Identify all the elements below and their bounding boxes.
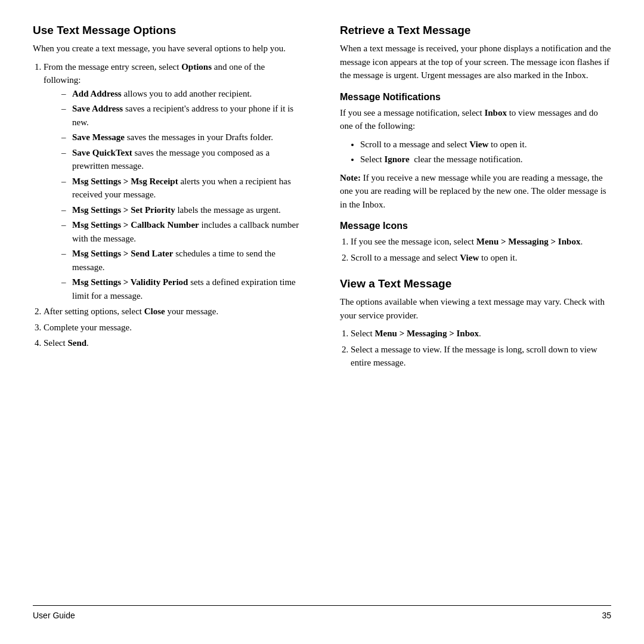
option-set-priority: Msg Settings > Set Priority labels the m… — [61, 203, 304, 217]
view-step-1: Select Menu > Messaging > Inbox. — [351, 327, 611, 340]
left-step-1-text: From the message entry screen, select Op… — [44, 62, 265, 85]
retrieve-title: Retrieve a Text Message — [340, 24, 611, 37]
bullet-select-ignore: Select Ignore clear the message notifica… — [360, 153, 611, 166]
left-steps-list: From the message entry screen, select Op… — [44, 60, 304, 350]
left-step-3: Complete your message. — [44, 321, 304, 335]
left-section-title: Use Text Message Options — [33, 24, 304, 37]
icons-steps-list: If you see the message icon, select Menu… — [351, 235, 611, 264]
left-intro: When you create a text message, you have… — [33, 42, 304, 55]
retrieve-intro: When a text message is received, your ph… — [340, 42, 611, 82]
bullet-scroll-view: Scroll to a message and select View to o… — [360, 138, 611, 151]
view-steps-list: Select Menu > Messaging > Inbox. Select … — [351, 327, 611, 370]
right-column: Retrieve a Text Message When a text mess… — [334, 24, 611, 595]
option-save-message: Save Message saves the messages in your … — [61, 131, 304, 144]
footer: User Guide 35 — [33, 605, 611, 620]
icons-section: Message Icons If you see the message ico… — [340, 221, 611, 264]
option-callback-number: Msg Settings > Callback Number includes … — [61, 218, 304, 245]
option-send-later: Msg Settings > Send Later schedules a ti… — [61, 247, 304, 274]
option-add-address: Add Address allows you to add another re… — [61, 87, 304, 101]
left-step-1: From the message entry screen, select Op… — [44, 60, 304, 303]
options-list: Add Address allows you to add another re… — [61, 87, 304, 303]
notifications-subtitle: Message Notifications — [340, 92, 611, 103]
icons-step-2: Scroll to a message and select View to o… — [351, 251, 611, 265]
view-section: View a Text Message The options availabl… — [340, 277, 611, 370]
view-step-2: Select a message to view. If the message… — [351, 343, 611, 370]
main-columns: Use Text Message Options When you create… — [33, 24, 611, 595]
notifications-bullets: Scroll to a message and select View to o… — [360, 138, 611, 166]
page: Use Text Message Options When you create… — [0, 0, 644, 644]
left-step-4: Select User GuideSend. — [44, 336, 304, 350]
left-column: Use Text Message Options When you create… — [33, 24, 310, 595]
option-save-address: Save Address saves a recipient's address… — [61, 102, 304, 129]
left-step-2: After setting options, select Close your… — [44, 305, 304, 318]
option-validity-period: Msg Settings > Validity Period sets a de… — [61, 275, 304, 302]
notifications-section: Message Notifications If you see a messa… — [340, 92, 611, 212]
view-title: View a Text Message — [340, 277, 611, 290]
icons-subtitle: Message Icons — [340, 221, 611, 231]
footer-right: 35 — [602, 611, 611, 620]
notifications-intro: If you see a message notification, selec… — [340, 106, 611, 133]
note-paragraph: Note: If you receive a new message while… — [340, 171, 611, 212]
option-msg-receipt: Msg Settings > Msg Receipt alerts you wh… — [61, 175, 304, 202]
footer-left: User Guide — [33, 611, 75, 620]
left-step-1-bold: Options — [181, 62, 212, 72]
option-save-quicktext: Save QuickText saves the message you com… — [61, 146, 304, 173]
retrieve-section: Retrieve a Text Message When a text mess… — [340, 24, 611, 264]
icons-step-1: If you see the message icon, select Menu… — [351, 235, 611, 249]
view-intro: The options available when viewing a tex… — [340, 295, 611, 322]
